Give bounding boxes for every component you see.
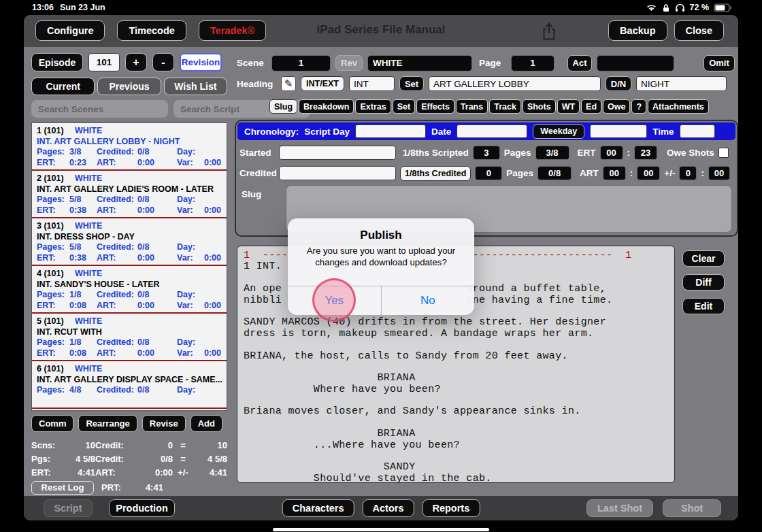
last-shot-button[interactable]: Last Shot bbox=[586, 499, 653, 517]
production-button[interactable]: Production bbox=[109, 499, 175, 517]
share-icon[interactable] bbox=[540, 21, 559, 41]
started-field[interactable] bbox=[279, 146, 396, 160]
search-scenes-input[interactable] bbox=[31, 100, 168, 118]
episode-button[interactable]: Episode bbox=[31, 53, 83, 71]
credited-pages-value[interactable]: 0/8 bbox=[537, 166, 572, 180]
detail-tab-effects[interactable]: Effects bbox=[416, 99, 454, 114]
detail-tab-slug[interactable]: Slug bbox=[269, 99, 297, 114]
eighths-credited-value[interactable]: 0 bbox=[475, 166, 502, 180]
script-button[interactable]: Script bbox=[44, 499, 93, 517]
eighths-credited-button[interactable]: 1/8ths Credited bbox=[400, 166, 471, 181]
script-line: SANDY MARCOS (40) drifts in from the str… bbox=[244, 317, 674, 328]
scene-color-label: WHITE bbox=[75, 221, 102, 231]
scene-action-comm-button[interactable]: Comm bbox=[31, 415, 73, 432]
detail-tab-wt[interactable]: WT bbox=[557, 99, 580, 114]
episode-number-field[interactable] bbox=[88, 53, 120, 71]
scene-list-item[interactable]: 5 (101)WHITEINT. RCUT WITHPages:1/8Credi… bbox=[32, 314, 227, 361]
int-ext-button[interactable]: INT/EXT bbox=[301, 76, 344, 91]
scene-list[interactable]: 1 (101)WHITEINT. ART GALLERY LOBBY - NIG… bbox=[31, 122, 227, 411]
sidebar-tab-wish-list[interactable]: Wish List bbox=[164, 78, 227, 95]
date-field[interactable] bbox=[457, 124, 527, 138]
detail-tab-extras[interactable]: Extras bbox=[355, 99, 391, 114]
scene-heading: INT. ART GALLERY DISPLAY SPACE - SAME... bbox=[37, 375, 224, 386]
detail-tab-shots[interactable]: Shots bbox=[523, 99, 556, 114]
actors-button[interactable]: Actors bbox=[363, 499, 414, 517]
scene-list-item[interactable]: 1 (101)WHITEINT. ART GALLERY LOBBY - NIG… bbox=[32, 123, 227, 171]
rev-button[interactable]: Rev bbox=[335, 55, 363, 71]
characters-button[interactable]: Characters bbox=[282, 499, 354, 517]
reset-log-button[interactable]: Reset Log bbox=[31, 481, 94, 495]
art-colon: : bbox=[630, 168, 633, 178]
scene-list-item[interactable]: 2 (101)WHITEINT. ART GALLERY LADIE'S ROO… bbox=[32, 171, 227, 218]
backup-button[interactable]: Backup bbox=[608, 20, 667, 41]
detail-tab-attachments[interactable]: Attachments bbox=[648, 99, 709, 114]
revision-button[interactable]: Revision bbox=[180, 53, 222, 71]
art-hours[interactable]: 00 bbox=[603, 166, 626, 180]
weekday-field[interactable] bbox=[590, 124, 647, 138]
scene-color-field[interactable] bbox=[367, 55, 472, 71]
detail-tab-trans[interactable]: Trans bbox=[456, 99, 488, 114]
reports-button[interactable]: Reports bbox=[422, 499, 480, 517]
day-night-button[interactable]: D/N bbox=[606, 76, 631, 91]
panel-edit-button[interactable]: Edit bbox=[682, 298, 725, 314]
started-pages-value[interactable]: 3/8 bbox=[535, 146, 569, 160]
script-line: Briana moves closer, and Sandy's appeara… bbox=[244, 406, 674, 417]
scene-list-item[interactable]: 4 (101)WHITEINT. SANDY'S HOUSE - LATERPa… bbox=[32, 266, 227, 314]
set-button[interactable]: Set bbox=[399, 76, 424, 91]
script-day-field[interactable] bbox=[355, 124, 426, 138]
episode-minus-button[interactable]: - bbox=[152, 53, 174, 71]
ert-minutes[interactable]: 23 bbox=[634, 146, 657, 160]
set-field[interactable] bbox=[429, 76, 601, 91]
dialog-no-button[interactable]: No bbox=[381, 286, 475, 315]
detail-tab-breakdown[interactable]: Breakdown bbox=[299, 99, 354, 114]
ert-hours[interactable]: 00 bbox=[600, 146, 623, 160]
sidebar-tab-previous[interactable]: Previous bbox=[97, 78, 161, 95]
weekday-button[interactable]: Weekday bbox=[533, 124, 584, 139]
started-label: Started bbox=[239, 148, 275, 158]
detail-tab-help[interactable]: ? bbox=[631, 99, 646, 114]
close-button[interactable]: Close bbox=[674, 20, 725, 41]
day-night-field[interactable] bbox=[636, 76, 727, 91]
eighths-scripted-value[interactable]: 3 bbox=[473, 146, 500, 160]
dialog-yes-button[interactable]: Yes bbox=[288, 286, 381, 315]
detail-tab-track[interactable]: Track bbox=[489, 99, 521, 114]
panel-clear-button[interactable]: Clear bbox=[682, 250, 725, 267]
scene-heading: INT. RCUT WITH bbox=[37, 327, 224, 338]
omit-button[interactable]: Omit bbox=[703, 55, 735, 71]
heading-row: Heading ✎ INT/EXT Set D/N bbox=[237, 76, 735, 92]
plus-minus-minutes[interactable]: 00 bbox=[708, 166, 730, 180]
detail-tab-ed[interactable]: Ed bbox=[581, 99, 601, 114]
act-button[interactable]: Act bbox=[567, 55, 592, 71]
script-line bbox=[244, 451, 674, 462]
home-indicator[interactable] bbox=[273, 528, 489, 531]
status-bar: 13:06 Sun 23 Jun 72 % bbox=[0, 0, 762, 15]
scene-number-field[interactable] bbox=[271, 55, 331, 71]
owe-shots-checkbox[interactable] bbox=[718, 148, 729, 158]
plus-minus-hours[interactable]: 0 bbox=[679, 166, 697, 180]
scene-action-add-button[interactable]: Add bbox=[190, 415, 222, 432]
act-field[interactable] bbox=[597, 55, 674, 71]
episode-plus-button[interactable]: + bbox=[125, 53, 147, 71]
script-line: dress is torn, makeup smeared. A bandage… bbox=[244, 329, 674, 339]
page-label: Page bbox=[479, 58, 506, 68]
detail-tab-owe[interactable]: Owe bbox=[603, 99, 630, 114]
scene-action-rearrange-button[interactable]: Rearrange bbox=[78, 415, 137, 432]
sidebar-tab-current[interactable]: Current bbox=[31, 78, 95, 95]
scene-list-item[interactable]: 3 (101)WHITEINT. DRESS SHOP - DAYPages:5… bbox=[32, 218, 227, 266]
int-ext-field[interactable] bbox=[349, 76, 395, 91]
lock-icon bbox=[662, 3, 670, 12]
time-field[interactable] bbox=[680, 124, 715, 138]
date-label: Date bbox=[431, 127, 451, 137]
scene-action-revise-button[interactable]: Revise bbox=[142, 415, 186, 432]
detail-tab-set[interactable]: Set bbox=[393, 99, 415, 114]
scene-list-item[interactable]: 6 (101)WHITEINT. ART GALLERY DISPLAY SPA… bbox=[32, 361, 227, 409]
shot-button[interactable]: Shot bbox=[663, 499, 721, 517]
credited-field[interactable] bbox=[279, 166, 396, 180]
time-label: Time bbox=[652, 127, 674, 137]
heading-edit-icon[interactable]: ✎ bbox=[281, 76, 296, 91]
panel-diff-button[interactable]: Diff bbox=[682, 274, 725, 290]
scene-number: 5 (101) bbox=[37, 316, 75, 327]
page-number-field[interactable] bbox=[511, 55, 554, 71]
art-minutes[interactable]: 00 bbox=[637, 166, 660, 180]
prt-value: 4:41 bbox=[146, 482, 163, 493]
